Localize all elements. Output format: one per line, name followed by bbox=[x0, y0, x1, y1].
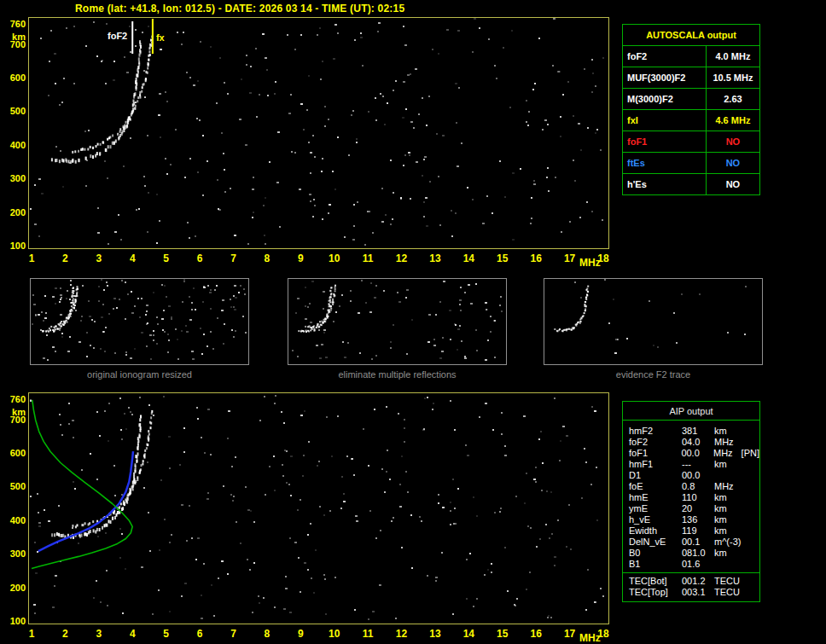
noise-dot bbox=[167, 351, 169, 353]
trace-dot bbox=[585, 296, 587, 298]
noise-dot bbox=[55, 83, 56, 84]
trace-dot bbox=[136, 85, 137, 89]
noise-dot bbox=[81, 316, 83, 317]
noise-dot bbox=[369, 211, 370, 212]
aip-param-value: 381 bbox=[682, 426, 714, 437]
trace-dot bbox=[49, 328, 50, 329]
noise-dot bbox=[455, 523, 457, 525]
noise-dot bbox=[490, 316, 492, 317]
noise-dot bbox=[274, 490, 276, 491]
noise-dot bbox=[246, 64, 247, 66]
trace-dot bbox=[150, 426, 152, 429]
noise-dot bbox=[542, 129, 544, 131]
autoscala-title: AUTOSCALA output bbox=[623, 25, 760, 46]
trace-dot bbox=[78, 150, 79, 153]
noise-dot bbox=[236, 521, 237, 523]
noise-dot bbox=[41, 193, 44, 194]
noise-dot bbox=[97, 536, 99, 537]
x-axis-unit: MHz bbox=[579, 257, 601, 269]
noise-dot bbox=[290, 94, 292, 96]
trace-dot bbox=[140, 426, 142, 430]
trace-dot bbox=[92, 520, 94, 523]
noise-dot bbox=[381, 221, 384, 223]
noise-dot bbox=[596, 519, 598, 521]
noise-dot bbox=[316, 345, 318, 346]
noise-dot bbox=[124, 413, 125, 415]
x-tick-label: 1 bbox=[29, 628, 35, 640]
noise-dot bbox=[149, 550, 151, 552]
noise-dot bbox=[319, 506, 321, 508]
noise-dot bbox=[169, 467, 171, 469]
trace-dot bbox=[126, 497, 128, 500]
noise-dot bbox=[324, 125, 326, 127]
noise-dot bbox=[60, 294, 62, 296]
noise-dot bbox=[54, 585, 55, 587]
noise-dot bbox=[252, 612, 253, 613]
noise-dot bbox=[233, 295, 235, 297]
autoscala-param-value: NO bbox=[706, 153, 759, 174]
noise-dot bbox=[108, 440, 109, 442]
noise-dot bbox=[108, 243, 109, 245]
x-tick-label: 9 bbox=[298, 252, 304, 264]
trace-dot bbox=[150, 416, 152, 419]
noise-dot bbox=[573, 160, 574, 161]
noise-dot bbox=[157, 323, 159, 325]
noise-dot bbox=[504, 547, 506, 548]
aip-param-unit: km bbox=[714, 459, 727, 470]
noise-dot bbox=[187, 222, 189, 223]
trace-dot bbox=[140, 415, 142, 419]
trace-dot bbox=[329, 311, 330, 313]
noise-dot bbox=[156, 242, 158, 244]
aip-param-label: ymE bbox=[629, 503, 682, 514]
noise-dot bbox=[425, 197, 428, 199]
noise-dot bbox=[488, 38, 490, 40]
trace-dot bbox=[580, 321, 582, 322]
aip-param-label: hmF1 bbox=[629, 459, 682, 470]
noise-dot bbox=[146, 310, 148, 312]
noise-dot bbox=[141, 298, 143, 299]
noise-dot bbox=[158, 114, 160, 116]
noise-dot bbox=[120, 429, 122, 431]
aip-param-value: 01.6 bbox=[682, 559, 714, 570]
noise-dot bbox=[512, 239, 515, 241]
noise-dot bbox=[356, 520, 358, 522]
noise-dot bbox=[223, 485, 224, 487]
trace-dot bbox=[137, 96, 139, 99]
trace-dot bbox=[139, 91, 141, 94]
noise-dot bbox=[368, 618, 369, 620]
noise-dot bbox=[381, 468, 383, 470]
noise-dot bbox=[98, 300, 100, 302]
noise-dot bbox=[120, 239, 122, 241]
noise-dot bbox=[139, 316, 141, 318]
autoscala-param-label: foF2 bbox=[623, 46, 707, 67]
noise-dot bbox=[285, 576, 287, 577]
trace-dot bbox=[564, 329, 566, 331]
noise-dot bbox=[300, 103, 303, 105]
noise-dot bbox=[207, 409, 210, 410]
aip-param-unit: km bbox=[714, 426, 727, 437]
noise-dot bbox=[50, 30, 52, 32]
noise-dot bbox=[450, 339, 451, 340]
noise-dot bbox=[479, 27, 480, 29]
noise-dot bbox=[259, 602, 260, 604]
noise-dot bbox=[475, 329, 477, 331]
noise-dot bbox=[539, 538, 541, 540]
noise-dot bbox=[312, 135, 314, 136]
noise-dot bbox=[160, 49, 162, 50]
noise-dot bbox=[181, 595, 183, 597]
bottom-ionogram-plot bbox=[28, 392, 609, 624]
noise-dot bbox=[297, 298, 300, 299]
noise-dot bbox=[459, 304, 461, 305]
noise-dot bbox=[594, 410, 596, 412]
noise-dot bbox=[97, 232, 100, 234]
thumbnail-evidence-f2-trace bbox=[544, 278, 763, 365]
trace-dot bbox=[56, 328, 58, 330]
noise-dot bbox=[343, 493, 345, 495]
trace-dot bbox=[70, 316, 72, 317]
noise-dot bbox=[227, 573, 229, 575]
noise-dot bbox=[273, 455, 275, 457]
noise-dot bbox=[369, 510, 371, 512]
noise-dot bbox=[443, 281, 445, 282]
noise-dot bbox=[308, 75, 310, 77]
noise-dot bbox=[309, 303, 311, 305]
